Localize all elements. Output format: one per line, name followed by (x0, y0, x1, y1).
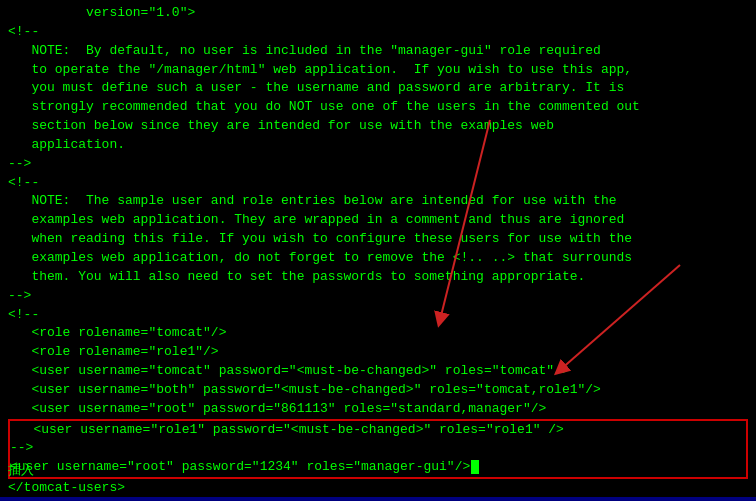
cursor (471, 460, 479, 474)
highlight-box: <user username="role1" password="<must-b… (8, 419, 748, 480)
line-note2-4: examples web application, do not forget … (8, 249, 748, 268)
line-note2-3: when reading this file. If you wish to c… (8, 230, 748, 249)
line-user-role1: <user username="role1" password="<must-b… (10, 421, 746, 440)
line-note-5: section below since they are intended fo… (8, 117, 748, 136)
terminal: version="1.0"> <!-- NOTE: By default, no… (0, 0, 756, 501)
line-comment-end-3: --> (10, 439, 746, 458)
line-comment-end-1: --> (8, 155, 748, 174)
line-user-root-1234: <user username="root" password="1234" ro… (10, 458, 746, 477)
line-comment-start-2: <!-- (8, 174, 748, 193)
line-user-root-861113: <user username="root" password="861113" … (8, 400, 748, 419)
insert-label: 插入 (8, 461, 34, 479)
line-user-tomcat: <user username="tomcat" password="<must-… (8, 362, 748, 381)
line-note2-5: them. You will also need to set the pass… (8, 268, 748, 287)
bottom-bar (0, 497, 756, 501)
line-user-both: <user username="both" password="<must-be… (8, 381, 748, 400)
line-note-6: application. (8, 136, 748, 155)
line-note-3: you must define such a user - the userna… (8, 79, 748, 98)
line-role-tomcat: <role rolename="tomcat"/> (8, 324, 748, 343)
line-note2-2: examples web application. They are wrapp… (8, 211, 748, 230)
line-comment-end-2: --> (8, 287, 748, 306)
line-1: version="1.0"> (8, 4, 748, 23)
line-role-role1: <role rolename="role1"/> (8, 343, 748, 362)
line-note-1: NOTE: By default, no user is included in… (8, 42, 748, 61)
line-note-4: strongly recommended that you do NOT use… (8, 98, 748, 117)
line-comment-start-1: <!-- (8, 23, 748, 42)
line-note-2: to operate the "/manager/html" web appli… (8, 61, 748, 80)
line-comment-start-3: <!-- (8, 306, 748, 325)
line-note2-1: NOTE: The sample user and role entries b… (8, 192, 748, 211)
line-tomcat-users-close: </tomcat-users> (8, 479, 748, 498)
